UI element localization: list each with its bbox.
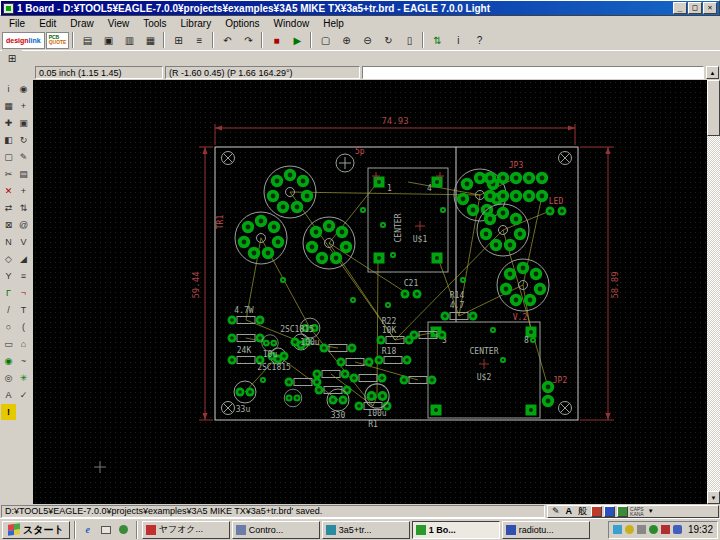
undo-icon[interactable]: ↶ <box>217 32 237 49</box>
menu-tools[interactable]: Tools <box>136 17 173 30</box>
value-tool[interactable]: V <box>16 234 31 250</box>
ratsnest-tool[interactable]: ✳ <box>16 370 31 386</box>
zoom-out-icon[interactable]: ⊖ <box>357 32 377 49</box>
rect-tool[interactable]: ▭ <box>1 336 16 352</box>
component-led[interactable]: LED <box>546 197 567 216</box>
add-tool[interactable]: + <box>16 183 31 199</box>
close-button[interactable]: ✕ <box>703 2 717 14</box>
scrollbar-up-icon[interactable]: ▲ <box>706 66 719 79</box>
start-button[interactable]: スタート <box>2 521 70 539</box>
updown-icon[interactable]: ⇅ <box>427 32 447 49</box>
grid-settings-icon[interactable]: ⊞ <box>2 50 22 67</box>
menu-options[interactable]: Options <box>218 17 266 30</box>
cut-tool[interactable]: ✂ <box>1 166 16 182</box>
change-tool[interactable]: ✎ <box>16 149 31 165</box>
tray-update-icon[interactable] <box>625 525 634 534</box>
scrollbar-thumb[interactable] <box>707 80 720 136</box>
tube-sockets[interactable] <box>235 166 549 311</box>
grid-icon[interactable]: ⊞ <box>168 32 188 49</box>
route-tool[interactable]: Γ <box>1 285 16 301</box>
optimize-tool[interactable]: ≡ <box>16 268 31 284</box>
menu-draw[interactable]: Draw <box>63 17 100 30</box>
move-tool[interactable]: ✚ <box>1 115 16 131</box>
go-icon[interactable]: ▶ <box>287 32 307 49</box>
copy-tool[interactable]: ▣ <box>16 115 31 131</box>
resistors[interactable] <box>228 312 478 411</box>
export-icon[interactable]: ▦ <box>140 32 160 49</box>
replace-tool[interactable]: ⇅ <box>16 200 31 216</box>
info-tool[interactable]: i <box>1 81 16 97</box>
ime-options-icon[interactable]: ▼ <box>646 506 656 517</box>
component-jp3[interactable]: JP3 <box>484 161 548 202</box>
wire-tool[interactable]: / <box>1 302 16 318</box>
component-c21[interactable]: C21 <box>401 279 422 299</box>
ime-general-mode[interactable]: 般 <box>576 506 589 517</box>
via-tool[interactable]: ◉ <box>1 353 16 369</box>
attribute-tool[interactable]: @ <box>16 217 31 233</box>
board-canvas[interactable]: 74.93 59.44 58.89 <box>33 80 707 504</box>
layers-icon[interactable]: ≡ <box>189 32 209 49</box>
menu-view[interactable]: View <box>101 17 137 30</box>
rotate-tool[interactable]: ↻ <box>16 132 31 148</box>
media-quicklaunch-icon[interactable] <box>116 522 132 538</box>
component-u1[interactable]: 1 4 CENTER U$1 <box>368 168 448 272</box>
ime-pencil-icon[interactable]: ✎ <box>550 506 562 517</box>
component-jp2[interactable]: JP2 <box>542 376 568 407</box>
zoom-in-icon[interactable]: ⊕ <box>336 32 356 49</box>
errors-tool[interactable]: ! <box>1 404 16 420</box>
auto-tool[interactable]: A <box>1 387 16 403</box>
open-icon[interactable]: ▤ <box>77 32 97 49</box>
ime-pad-icon[interactable] <box>617 506 628 517</box>
miter-tool[interactable]: ◢ <box>16 251 31 267</box>
task-schematic[interactable]: 3a5+tr... <box>322 521 410 539</box>
print-icon[interactable]: ▥ <box>119 32 139 49</box>
arc-tool[interactable]: ( <box>16 319 31 335</box>
polygon-tool[interactable]: ⌂ <box>16 336 31 352</box>
task-control-panel[interactable]: Contro... <box>232 521 320 539</box>
tray-antivirus-icon[interactable] <box>649 525 658 534</box>
design-link-button[interactable]: designlink <box>2 32 45 49</box>
drc-tool[interactable]: ✓ <box>16 387 31 403</box>
scrollbar-down-icon[interactable]: ▼ <box>707 491 720 504</box>
mark-tool[interactable]: + <box>16 98 31 114</box>
vertical-scrollbar[interactable]: ▼ <box>707 80 720 504</box>
hole-tool[interactable]: ◎ <box>1 370 16 386</box>
tray-sound-icon[interactable] <box>661 525 670 534</box>
zoom-fit-icon[interactable]: ▢ <box>315 32 335 49</box>
ime-tool-icon[interactable] <box>591 506 602 517</box>
scrollbar-track[interactable] <box>707 136 720 491</box>
save-icon[interactable]: ▣ <box>98 32 118 49</box>
circle-tool[interactable]: ○ <box>1 319 16 335</box>
ripup-tool[interactable]: ¬ <box>16 285 31 301</box>
task-radiotuner[interactable]: radiotu... <box>502 521 590 539</box>
minimize-button[interactable]: _ <box>673 2 687 14</box>
zoom-redraw-icon[interactable]: ↻ <box>378 32 398 49</box>
ime-alpha-mode[interactable]: A <box>564 506 575 517</box>
ime-dictionary-icon[interactable] <box>604 506 615 517</box>
split-tool[interactable]: Y <box>1 268 16 284</box>
menu-window[interactable]: Window <box>267 17 317 30</box>
redo-icon[interactable]: ↷ <box>238 32 258 49</box>
pinswap-tool[interactable]: ⇄ <box>1 200 16 216</box>
lock-tool[interactable]: ⊠ <box>1 217 16 233</box>
maximize-button[interactable]: □ <box>688 2 702 14</box>
name-tool[interactable]: N <box>1 234 16 250</box>
menu-help[interactable]: Help <box>316 17 351 30</box>
zoom-select-icon[interactable]: ▯ <box>399 32 419 49</box>
menu-file[interactable]: File <box>2 17 32 30</box>
tray-display-icon[interactable] <box>637 525 646 534</box>
info-icon[interactable]: i <box>448 32 468 49</box>
show-desktop-icon[interactable] <box>98 522 114 538</box>
group-tool[interactable]: ▢ <box>1 149 16 165</box>
ie-quicklaunch-icon[interactable]: e <box>80 522 96 538</box>
help-icon[interactable]: ? <box>469 32 489 49</box>
signal-tool[interactable]: ~ <box>16 353 31 369</box>
component-trimmer[interactable]: 5p <box>336 147 365 172</box>
task-yahoo-auction[interactable]: ヤフオク... <box>142 521 230 539</box>
command-input[interactable] <box>362 66 704 79</box>
stop-icon[interactable]: ■ <box>266 32 286 49</box>
show-tool[interactable]: ◉ <box>16 81 31 97</box>
menu-library[interactable]: Library <box>174 17 219 30</box>
smash-tool[interactable]: ◇ <box>1 251 16 267</box>
delete-tool[interactable]: ✕ <box>1 183 16 199</box>
